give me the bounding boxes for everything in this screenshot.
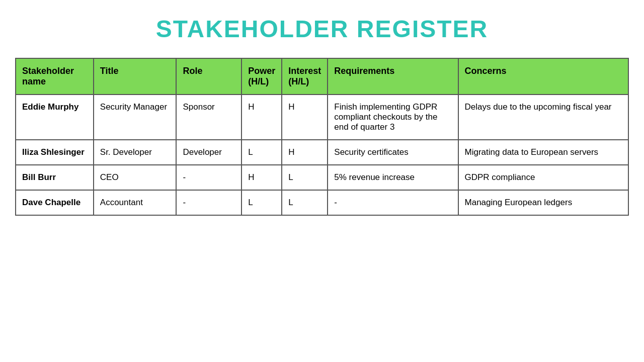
header-title: Title <box>94 58 177 95</box>
table-row: Iliza ShlesingerSr. DeveloperDeveloperLH… <box>16 140 628 165</box>
cell-title: Sr. Developer <box>94 140 177 165</box>
cell-interest: L <box>282 165 328 190</box>
cell-interest: H <box>282 95 328 140</box>
cell-concerns: GDPR compliance <box>458 165 628 190</box>
cell-concerns: Delays due to the upcoming fiscal year <box>458 95 628 140</box>
cell-name: Eddie Murphy <box>16 95 94 140</box>
cell-concerns: Migrating data to European servers <box>458 140 628 165</box>
table-header-row: Stakeholder name Title Role Power (H/L) … <box>16 58 628 95</box>
cell-power: H <box>242 165 282 190</box>
cell-title: Accountant <box>94 190 177 215</box>
cell-role: Sponsor <box>176 95 242 140</box>
header-interest: Interest (H/L) <box>282 58 328 95</box>
cell-requirements: Security certificates <box>328 140 458 165</box>
cell-title: Security Manager <box>94 95 177 140</box>
cell-concerns: Managing European ledgers <box>458 190 628 215</box>
table-row: Eddie MurphySecurity ManagerSponsorHHFin… <box>16 95 628 140</box>
cell-role: - <box>176 190 242 215</box>
stakeholder-table: Stakeholder name Title Role Power (H/L) … <box>15 58 629 216</box>
cell-power: H <box>242 95 282 140</box>
header-concerns: Concerns <box>458 58 628 95</box>
cell-interest: H <box>282 140 328 165</box>
cell-interest: L <box>282 190 328 215</box>
cell-requirements: 5% revenue increase <box>328 165 458 190</box>
header-requirements: Requirements <box>328 58 458 95</box>
cell-power: L <box>242 190 282 215</box>
cell-name: Dave Chapelle <box>16 190 94 215</box>
page-title: STAKEHOLDER REGISTER <box>156 15 488 43</box>
table-row: Bill BurrCEO-HL5% revenue increaseGDPR c… <box>16 165 628 190</box>
header-name: Stakeholder name <box>16 58 94 95</box>
cell-requirements: Finish implementing GDPR compliant check… <box>328 95 458 140</box>
table-row: Dave ChapelleAccountant-LL-Managing Euro… <box>16 190 628 215</box>
header-role: Role <box>176 58 242 95</box>
cell-power: L <box>242 140 282 165</box>
cell-name: Iliza Shlesinger <box>16 140 94 165</box>
cell-role: Developer <box>176 140 242 165</box>
header-power: Power (H/L) <box>242 58 282 95</box>
cell-name: Bill Burr <box>16 165 94 190</box>
cell-requirements: - <box>328 190 458 215</box>
cell-title: CEO <box>94 165 177 190</box>
cell-role: - <box>176 165 242 190</box>
